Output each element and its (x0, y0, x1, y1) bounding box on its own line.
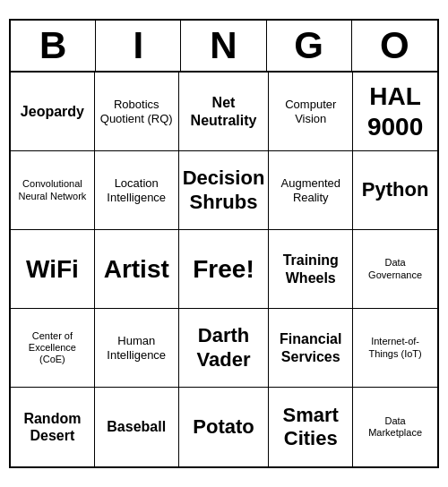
bingo-cell: Potato (179, 388, 270, 466)
cell-text: Darth Vader (183, 324, 265, 372)
cell-text: Random Desert (14, 410, 90, 444)
bingo-cell: Computer Vision (269, 73, 353, 151)
bingo-cell: Data Governance (353, 230, 437, 309)
bingo-cell: Robotics Quotient (RQ) (95, 73, 179, 151)
bingo-cell: Data Marketplace (353, 388, 437, 466)
cell-text: Human Intelligence (99, 334, 175, 362)
bingo-cell: Location Intelligence (95, 151, 179, 230)
bingo-cell: Internet-of-Things (IoT) (353, 309, 437, 388)
bingo-cell: Baseball (95, 388, 179, 466)
bingo-cell: Training Wheels (269, 230, 353, 309)
cell-text: Computer Vision (272, 98, 349, 125)
cell-text: Python (362, 178, 429, 201)
cell-text: HAL9000 (367, 81, 423, 141)
letter-o: O (352, 21, 437, 71)
bingo-cell: Artist (95, 230, 179, 309)
bingo-cell: Augmented Reality (269, 151, 353, 230)
cell-text: Center of Excellence (CoE) (14, 330, 90, 366)
cell-text: Free! (193, 254, 254, 285)
cell-text: Data Marketplace (357, 415, 434, 439)
bingo-cell: Human Intelligence (95, 309, 179, 388)
bingo-cell: DecisionShrubs (179, 151, 270, 230)
letter-n: N (181, 21, 266, 71)
bingo-cell: Darth Vader (179, 309, 270, 388)
cell-text: Augmented Reality (272, 176, 349, 204)
bingo-cell: Jeopardy (11, 73, 95, 151)
letter-i: I (96, 21, 181, 71)
bingo-cell: WiFi (11, 230, 95, 309)
cell-text: Net Neutrality (183, 94, 265, 128)
bingo-cell: Python (353, 151, 437, 230)
cell-text: Smart Cities (272, 404, 349, 451)
cell-text: Baseball (107, 418, 166, 435)
cell-text: Internet-of-Things (IoT) (357, 336, 434, 359)
letter-b: B (11, 21, 96, 71)
cell-text: Convolutional Neural Network (14, 178, 90, 201)
cell-text: Artist (104, 254, 169, 285)
bingo-header: B I N G O (11, 21, 437, 73)
cell-text: Financial Services (272, 330, 349, 364)
bingo-cell: Financial Services (269, 309, 353, 388)
bingo-cell: HAL9000 (353, 73, 437, 151)
bingo-card: B I N G O JeopardyRobotics Quotient (RQ)… (9, 19, 439, 468)
cell-text: Robotics Quotient (RQ) (99, 98, 175, 125)
cell-text: Data Governance (357, 257, 434, 280)
bingo-cell: Net Neutrality (179, 73, 270, 151)
bingo-cell: Center of Excellence (CoE) (11, 309, 95, 388)
cell-text: Jeopardy (21, 103, 84, 120)
cell-text: Potato (193, 415, 254, 439)
bingo-cell: Random Desert (11, 388, 95, 466)
bingo-cell: Smart Cities (269, 388, 353, 466)
cell-text: DecisionShrubs (183, 167, 265, 214)
bingo-cell: Free! (179, 230, 270, 309)
letter-g: G (267, 21, 352, 71)
cell-text: Location Intelligence (99, 176, 175, 204)
bingo-grid: JeopardyRobotics Quotient (RQ)Net Neutra… (11, 73, 437, 466)
cell-text: Training Wheels (272, 252, 349, 286)
bingo-cell: Convolutional Neural Network (11, 151, 95, 230)
cell-text: WiFi (26, 254, 79, 285)
